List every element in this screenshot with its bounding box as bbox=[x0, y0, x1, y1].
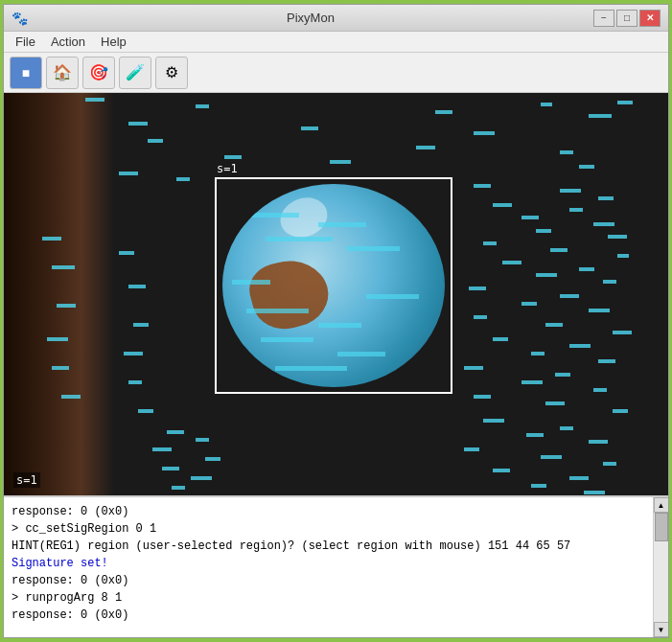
flask-button[interactable]: 🧪 bbox=[119, 57, 151, 89]
pixel-dot bbox=[560, 294, 579, 298]
pixel-dot bbox=[119, 172, 138, 175]
pixel-dot bbox=[545, 323, 563, 327]
pixel-dot bbox=[205, 457, 220, 461]
pixel-dot bbox=[119, 251, 134, 255]
pixel-dot bbox=[521, 302, 537, 306]
pixel-dot bbox=[57, 304, 76, 308]
pixel-dot bbox=[541, 455, 562, 459]
pixel-dot bbox=[85, 98, 104, 102]
target-button[interactable]: 🎯 bbox=[82, 57, 115, 89]
pixel-dot bbox=[148, 139, 163, 143]
pixel-dot bbox=[47, 337, 68, 341]
pixel-dot bbox=[493, 337, 508, 341]
pixel-dot bbox=[138, 409, 153, 413]
pixel-dot bbox=[167, 430, 184, 434]
scroll-up-button[interactable]: ▲ bbox=[654, 497, 669, 513]
pixel-dot bbox=[469, 287, 486, 290]
pixel-dot bbox=[162, 467, 179, 470]
pixel-dot bbox=[593, 388, 607, 392]
pixel-dot bbox=[464, 366, 483, 370]
pixel-dot bbox=[301, 126, 318, 130]
pixel-dot bbox=[536, 229, 551, 233]
maximize-button[interactable]: □ bbox=[616, 10, 637, 27]
pixel-dot bbox=[603, 462, 616, 466]
pixel-dot bbox=[474, 131, 495, 135]
pixel-dot bbox=[589, 440, 608, 444]
content-area: s=1 s=1 response: 0 (0x0)> cc_setSigRegi… bbox=[4, 93, 668, 637]
pixel-dot bbox=[172, 486, 185, 490]
pixel-dot bbox=[541, 103, 552, 106]
close-button[interactable]: ✕ bbox=[639, 10, 660, 27]
pixel-dot bbox=[613, 331, 632, 334]
pixel-dot bbox=[128, 122, 148, 126]
pixel-dot bbox=[196, 104, 209, 108]
pixel-dot bbox=[584, 491, 605, 494]
pixel-dot bbox=[474, 315, 487, 319]
minimize-button[interactable]: − bbox=[593, 10, 614, 27]
pixel-dot bbox=[617, 101, 633, 104]
pixel-dot bbox=[521, 216, 539, 219]
scroll-down-button[interactable]: ▼ bbox=[654, 622, 669, 637]
pixel-dot bbox=[474, 184, 491, 188]
pixel-dot bbox=[555, 373, 570, 377]
equipment-panel bbox=[4, 93, 114, 495]
pixel-dot bbox=[176, 177, 190, 181]
title-bar: 🐾 PixyMon − □ ✕ bbox=[4, 5, 668, 32]
menu-file[interactable]: File bbox=[8, 33, 43, 51]
pixel-dot bbox=[474, 395, 491, 399]
main-window: 🐾 PixyMon − □ ✕ File Action Help ■ 🏠 🎯 🧪… bbox=[3, 4, 669, 638]
pixel-dot bbox=[550, 248, 568, 252]
selection-box: s=1 bbox=[215, 177, 452, 394]
pixel-dot bbox=[416, 146, 435, 149]
pixel-dot bbox=[128, 285, 146, 288]
pixel-dot bbox=[560, 426, 573, 430]
pixel-dot bbox=[493, 469, 510, 472]
pixel-dot bbox=[569, 344, 591, 348]
pixel-dot bbox=[52, 265, 75, 269]
pixel-dot bbox=[579, 165, 594, 169]
pixel-dot bbox=[521, 380, 543, 384]
menu-action[interactable]: Action bbox=[43, 33, 93, 51]
pixel-dot bbox=[560, 150, 573, 154]
menu-bar: File Action Help bbox=[4, 32, 668, 53]
menu-help[interactable]: Help bbox=[93, 33, 134, 51]
pixel-dot bbox=[598, 359, 615, 363]
pixel-dot bbox=[224, 155, 242, 159]
pixel-dot bbox=[502, 261, 521, 264]
scroll-track bbox=[654, 513, 668, 622]
pixel-dot bbox=[589, 309, 610, 312]
pixel-dot bbox=[483, 419, 504, 423]
pixel-dot bbox=[593, 222, 614, 226]
app-icon: 🐾 bbox=[12, 11, 28, 26]
camera-view: s=1 s=1 bbox=[4, 93, 668, 495]
window-title: PixyMon bbox=[28, 11, 593, 25]
pixel-dot bbox=[152, 447, 172, 451]
corner-label: s=1 bbox=[13, 472, 40, 488]
pixel-dot bbox=[613, 409, 628, 413]
pixel-dot bbox=[526, 433, 544, 437]
settings-button[interactable]: ⚙ bbox=[155, 57, 188, 89]
scroll-thumb[interactable] bbox=[655, 513, 668, 541]
pixel-dot bbox=[330, 160, 351, 164]
pixel-dot bbox=[569, 208, 583, 212]
pixel-dot bbox=[435, 110, 452, 114]
pixel-dot bbox=[608, 235, 627, 239]
pixel-dot bbox=[191, 476, 212, 480]
pixel-dot bbox=[531, 352, 545, 355]
pixel-dot bbox=[42, 237, 61, 241]
toolbar: ■ 🏠 🎯 🧪 ⚙ bbox=[4, 53, 668, 93]
pixel-dot bbox=[589, 114, 612, 118]
pixel-dot bbox=[128, 380, 142, 384]
terminal-output: response: 0 (0x0)> cc_setSigRegion 0 1HI… bbox=[4, 497, 653, 637]
home-button[interactable]: 🏠 bbox=[46, 57, 79, 89]
pixel-dot bbox=[560, 189, 581, 193]
pixel-dot bbox=[598, 196, 614, 200]
scrollbar[interactable]: ▲ ▼ bbox=[653, 497, 668, 637]
pixel-dot bbox=[493, 203, 512, 207]
pixel-dot bbox=[464, 447, 479, 451]
pixel-dot bbox=[531, 484, 546, 488]
pixel-dot bbox=[133, 323, 149, 327]
pixel-dot bbox=[483, 241, 497, 245]
camera-button[interactable]: ■ bbox=[10, 57, 42, 89]
window-controls: − □ ✕ bbox=[593, 10, 660, 27]
